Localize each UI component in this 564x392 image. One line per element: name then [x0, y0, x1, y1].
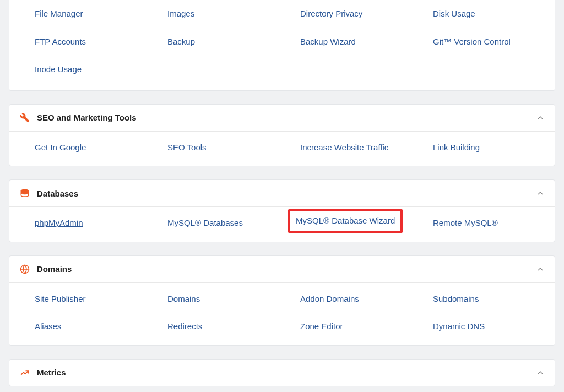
link-dynamic-dns[interactable]: Dynamic DNS: [429, 318, 489, 335]
link-domains[interactable]: Domains: [163, 291, 204, 308]
domains-panel-title: Domains: [37, 264, 536, 274]
domains-panel: Domains Site Publisher Domains Addon Dom…: [9, 255, 555, 346]
seo-panel-title: SEO and Marketing Tools: [37, 113, 536, 122]
databases-panel-title: Databases: [37, 189, 536, 198]
link-link-building[interactable]: Link Building: [429, 139, 484, 156]
databases-panel-header[interactable]: Databases: [9, 180, 555, 207]
link-remote-mysql[interactable]: Remote MySQL®: [429, 215, 502, 232]
link-ftp-accounts[interactable]: FTP Accounts: [30, 34, 90, 51]
link-seo-tools[interactable]: SEO Tools: [163, 139, 211, 156]
tools-icon: [19, 112, 30, 123]
link-subdomains[interactable]: Subdomains: [429, 291, 483, 308]
link-backup[interactable]: Backup: [163, 34, 199, 51]
link-site-publisher[interactable]: Site Publisher: [30, 291, 90, 308]
link-directory-privacy[interactable]: Directory Privacy: [296, 6, 367, 23]
domains-grid: Site Publisher Domains Addon Domains Sub…: [9, 283, 555, 345]
link-aliases[interactable]: Aliases: [30, 318, 66, 335]
database-icon: [19, 188, 30, 199]
metrics-panel-header[interactable]: Metrics: [9, 360, 555, 386]
metrics-panel-title: Metrics: [37, 368, 536, 377]
seo-panel-header[interactable]: SEO and Marketing Tools: [9, 105, 555, 132]
link-get-in-google[interactable]: Get In Google: [30, 139, 90, 156]
link-mysql-database-wizard[interactable]: MySQL® Database Wizard: [288, 209, 403, 233]
files-panel: File Manager Images Directory Privacy Di…: [9, 0, 555, 91]
link-mysql-databases[interactable]: MySQL® Databases: [163, 215, 247, 232]
link-file-manager[interactable]: File Manager: [30, 6, 88, 23]
link-inode-usage[interactable]: Inode Usage: [30, 61, 86, 78]
link-redirects[interactable]: Redirects: [163, 318, 207, 335]
databases-grid: phpMyAdmin MySQL® Databases MySQL® Datab…: [9, 207, 555, 242]
link-git-version-control[interactable]: Git™ Version Control: [429, 34, 515, 51]
domains-panel-header[interactable]: Domains: [9, 256, 555, 283]
link-backup-wizard[interactable]: Backup Wizard: [296, 34, 360, 51]
link-disk-usage[interactable]: Disk Usage: [429, 6, 480, 23]
seo-panel: SEO and Marketing Tools Get In Google SE…: [9, 104, 555, 167]
chevron-up-icon: [536, 368, 545, 377]
globe-icon: [19, 264, 30, 275]
metrics-panel: Metrics: [9, 359, 555, 386]
chevron-up-icon: [536, 113, 545, 122]
link-addon-domains[interactable]: Addon Domains: [296, 291, 364, 308]
link-phpmyadmin[interactable]: phpMyAdmin: [30, 215, 88, 232]
link-zone-editor[interactable]: Zone Editor: [296, 318, 348, 335]
chevron-up-icon: [536, 265, 545, 274]
link-increase-traffic[interactable]: Increase Website Traffic: [296, 139, 393, 156]
files-grid: File Manager Images Directory Privacy Di…: [9, 0, 555, 90]
seo-grid: Get In Google SEO Tools Increase Website…: [9, 132, 555, 166]
link-images[interactable]: Images: [163, 6, 199, 23]
chevron-up-icon: [536, 189, 545, 198]
databases-panel: Databases phpMyAdmin MySQL® Databases My…: [9, 179, 555, 242]
metrics-icon: [19, 367, 30, 378]
